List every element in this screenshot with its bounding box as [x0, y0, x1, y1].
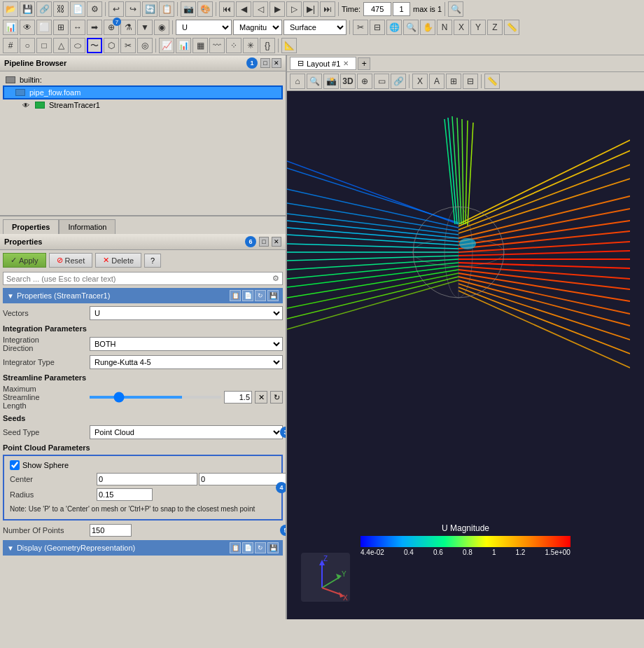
reset-button[interactable]: ⊘ Reset	[49, 253, 93, 268]
tab-information[interactable]: Information	[59, 219, 115, 234]
scatter-icon[interactable]: ⁘	[226, 38, 241, 53]
vp-select-icon[interactable]: ▭	[374, 74, 389, 89]
grid-icon[interactable]: ⊞	[53, 20, 69, 35]
north-icon[interactable]: N	[437, 20, 452, 35]
stats-icon[interactable]: 📊	[3, 20, 18, 35]
ruler-icon[interactable]: 📏	[504, 20, 519, 35]
star-icon[interactable]: ✳	[243, 38, 258, 53]
props-close-btn[interactable]: ✕	[272, 237, 281, 247]
seed-type-select[interactable]: Point Cloud	[90, 425, 283, 439]
layout-tab-close[interactable]: ✕	[343, 60, 349, 67]
vp-ruler3-icon[interactable]: 📏	[484, 74, 500, 89]
help-button[interactable]: ?	[144, 254, 161, 268]
chart-line-icon[interactable]: 📈	[159, 38, 174, 53]
add-layout-tab[interactable]: +	[358, 57, 370, 70]
band-icon[interactable]: ◎	[137, 38, 153, 53]
select-pts-icon[interactable]: ✂	[353, 20, 368, 35]
save-icon[interactable]: 💾	[20, 1, 35, 17]
pipeline-item-streamtracer[interactable]: 👁 StreamTracer1	[3, 99, 283, 111]
vp-reset-cam-icon[interactable]: ⌂	[290, 74, 305, 89]
disconnect-icon[interactable]: ⛓	[53, 1, 69, 17]
vp-3d-icon[interactable]: 3D	[340, 74, 356, 89]
integrator-type-select[interactable]: Runge-Kutta 4-5	[90, 355, 283, 369]
color-icon[interactable]: 🎨	[197, 1, 213, 17]
move-icon[interactable]: ↔	[70, 20, 85, 35]
pipeline-float-btn[interactable]: □	[260, 58, 270, 68]
connect-icon[interactable]: 🔗	[36, 1, 52, 17]
streamline-slider[interactable]	[90, 396, 221, 399]
props-float-btn[interactable]: □	[259, 237, 269, 247]
play-backward-icon[interactable]: ◁	[253, 1, 268, 17]
ruler2-icon[interactable]: 📐	[281, 38, 297, 53]
plane-icon[interactable]: ⬡	[104, 38, 119, 53]
camera-icon[interactable]: 📷	[181, 1, 196, 17]
refresh-icon[interactable]: 🔄	[142, 1, 158, 17]
redo-icon[interactable]: ↪	[125, 1, 141, 17]
magnitude-select[interactable]: Magnitu	[233, 20, 282, 35]
play-forward-icon[interactable]: ▷	[286, 1, 302, 17]
settings-icon[interactable]: ⚙	[87, 1, 102, 17]
props-paste-btn[interactable]: 📄	[242, 290, 253, 301]
brackets-icon[interactable]: {}	[260, 38, 275, 53]
copy-icon[interactable]: 📋	[159, 1, 174, 17]
num-points-input[interactable]	[90, 524, 132, 537]
sphere-icon[interactable]: ○	[20, 38, 35, 53]
cube-icon[interactable]: ⬜	[36, 20, 52, 35]
tab-properties[interactable]: Properties	[3, 219, 59, 234]
delete-button[interactable]: ✕ Delete	[95, 253, 141, 268]
query-icon[interactable]: ◉	[154, 20, 169, 35]
vp-grid-icon[interactable]: ⊟	[463, 74, 478, 89]
next-frame-icon[interactable]: ▶|	[303, 1, 318, 17]
badge7-icon[interactable]: ⊕ 7	[104, 20, 119, 35]
histogram-icon[interactable]: ▦	[192, 38, 208, 53]
wave-icon[interactable]: 〰	[209, 38, 225, 53]
pipeline-item-pipeflow[interactable]: pipe_flow.foam	[3, 85, 283, 99]
vector-select[interactable]: U	[176, 20, 232, 35]
streamline-reset-btn[interactable]: ✕	[255, 391, 267, 404]
globe-icon[interactable]: 🌐	[386, 20, 402, 35]
clip-icon[interactable]: ✂	[120, 38, 136, 53]
props-copy-btn[interactable]: 📋	[230, 290, 241, 301]
chart-bar-icon[interactable]: 📊	[176, 38, 191, 53]
stream-icon2[interactable]: 〜	[87, 38, 102, 53]
last-frame-icon[interactable]: ⏭	[320, 1, 335, 17]
search-input[interactable]	[6, 275, 272, 283]
vp-axes-icon[interactable]: X	[412, 74, 428, 89]
center-y-input[interactable]	[199, 473, 286, 485]
apply-button[interactable]: ✓ Apply	[3, 253, 46, 268]
radius-input[interactable]	[97, 488, 153, 501]
viewport[interactable]: U Magnitude 4.4e-02 0.4 0.6 0.8 1 1.2 1.…	[287, 91, 644, 619]
undo-icon[interactable]: ↩	[108, 1, 124, 17]
play-icon[interactable]: ▶	[270, 1, 285, 17]
vp-screenshot-icon[interactable]: 📸	[323, 74, 339, 89]
streamline-refresh-btn[interactable]: ↻	[270, 391, 283, 404]
search-gear-icon[interactable]: ⚙	[272, 274, 279, 283]
props-save-btn[interactable]: 💾	[267, 290, 279, 301]
vp-zoom-icon[interactable]: 🔍	[307, 74, 322, 89]
vp-zoom2-icon[interactable]: ⊕	[357, 74, 372, 89]
cylinder-icon[interactable]: ⬭	[70, 38, 85, 53]
streamline-value[interactable]	[224, 391, 252, 404]
prev-frame-icon[interactable]: ◀	[236, 1, 251, 17]
vectors-select[interactable]: U	[90, 306, 283, 320]
filter-icon[interactable]: ⚗	[120, 20, 136, 35]
arrow-icon[interactable]: ➡	[87, 20, 102, 35]
display-save-btn[interactable]: 💾	[267, 542, 279, 553]
display-paste-btn[interactable]: 📄	[242, 542, 253, 553]
display-refresh-btn[interactable]: ↻	[255, 542, 266, 553]
integration-direction-select[interactable]: BOTH	[90, 337, 283, 351]
new-icon[interactable]: 📄	[70, 1, 85, 17]
time-step-input[interactable]	[393, 2, 410, 16]
pyramid-icon[interactable]: △	[53, 38, 69, 53]
eye-icon[interactable]: 👁	[20, 20, 35, 35]
display-select[interactable]: Surface	[284, 20, 346, 35]
select-icon[interactable]: ▼	[137, 20, 153, 35]
search-icon[interactable]: 🔍	[448, 1, 463, 17]
props-refresh-btn[interactable]: ↻	[255, 290, 266, 301]
eye-toggle-icon[interactable]: 👁	[22, 102, 29, 109]
open-icon[interactable]: 📂	[3, 1, 18, 17]
num-icon[interactable]: #	[3, 38, 18, 53]
center-x-input[interactable]	[97, 473, 197, 485]
box-icon[interactable]: □	[36, 38, 52, 53]
select-cells-icon[interactable]: ⊟	[370, 20, 385, 35]
